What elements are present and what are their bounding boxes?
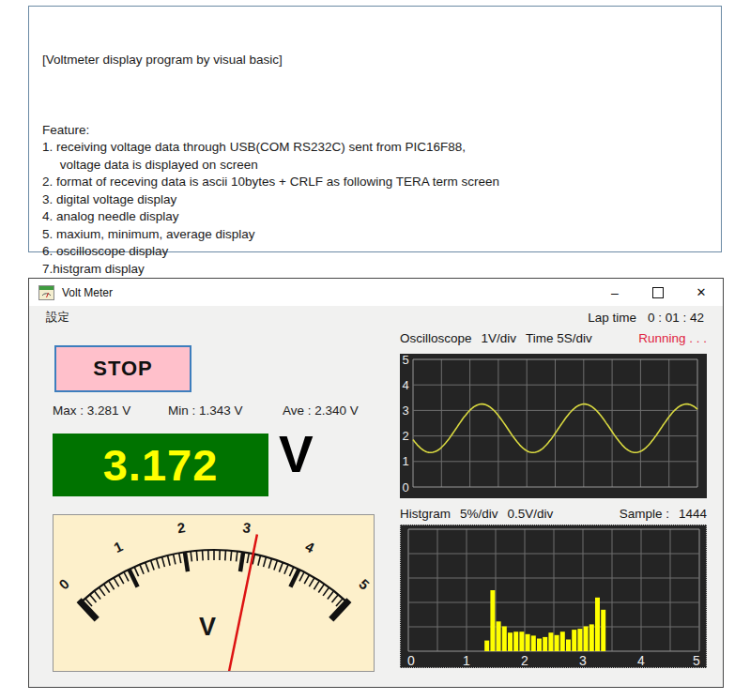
svg-text:3: 3 [242,519,253,536]
window-title: Volt Meter [62,286,113,299]
app-icon [38,285,54,300]
stat-min: Min : 1.343 V [168,403,243,418]
svg-text:0: 0 [407,653,415,667]
svg-text:0: 0 [402,480,408,495]
running-status: Running . . . [638,331,707,345]
histogram-bar [543,637,547,651]
spec-text-box: [Voltmeter display program by visual bas… [28,6,722,252]
histogram-vdiv-label: 0.5V/div [508,507,554,521]
page: [Voltmeter display program by visual bas… [0,0,750,700]
svg-text:2: 2 [521,653,528,667]
min-value: 1.343 V [199,403,243,418]
histogram-bar [566,640,571,652]
spec-line: 1. receiving voltage data through USB(CO… [42,139,708,157]
oscilloscope-vdiv-label: 1V/div [482,331,517,345]
ave-value: 2.340 V [314,403,359,418]
window-controls: – ✕ [593,279,723,306]
svg-text:4: 4 [303,538,318,555]
lap-time-value: 0 : 01 : 42 [648,311,704,325]
lap-time: Lap time 0 : 01 : 42 [588,311,723,325]
sample-value: 1444 [679,507,707,521]
spec-line: 7.histgram display [42,261,708,279]
maximize-button[interactable] [636,279,680,306]
histogram-bar [555,635,559,651]
oscilloscope-tdiv-label: Time 5S/div [526,331,592,345]
histogram-bar [502,627,507,652]
minimize-button[interactable]: – [593,279,636,306]
oscilloscope-header: Oscilloscope 1V/div Time 5S/div Running … [400,329,707,346]
histogram-bar [589,624,594,651]
close-button[interactable]: ✕ [680,279,723,306]
stop-button[interactable]: STOP [54,345,191,392]
histogram-panel: 012345 [400,525,707,668]
spec-title: [Voltmeter display program by visual bas… [42,52,708,69]
spec-line: 2. format of receving data is ascii 10by… [42,174,708,191]
histogram-bar [572,630,576,651]
minimize-icon: – [611,285,619,300]
histogram-bar [601,610,605,651]
svg-text:5: 5 [356,575,373,592]
histogram-bar [513,632,518,651]
svg-text:2: 2 [176,519,187,536]
spec-lines: Feature:1. receiving voltage data throug… [42,122,708,296]
spec-line: 3. digital voltage display [42,191,708,209]
svg-text:0: 0 [55,575,72,592]
spec-line: 5. maxium, minimum, average display [42,226,708,244]
svg-text:3: 3 [579,653,587,667]
oscilloscope-title: Oscilloscope [400,331,472,345]
gauge-needle [214,535,257,671]
min-label: Min : [168,403,199,418]
histogram-bar [584,627,589,652]
lap-time-label: Lap time [588,311,636,325]
histogram-bar [595,598,600,651]
histogram-header: Histgram 5%/div 0.5V/div Sample : 1444 [400,505,707,522]
maximize-icon [652,287,664,298]
voltmeter-window: Volt Meter – ✕ 設定 Lap time 0 : 01 : 42 S… [28,278,724,688]
histogram-bar [577,629,582,651]
histogram-bar [484,641,489,651]
stats-row: Max : 3.281 V Min : 1.343 V Ave : 2.340 … [29,403,461,420]
sample-count: Sample : 1444 [620,507,707,521]
ave-label: Ave : [283,403,314,418]
histogram-bar [508,632,513,651]
spec-line: 6. oscilloscope display [42,243,708,261]
svg-text:3: 3 [402,403,408,418]
stat-ave: Ave : 2.340 V [283,403,359,418]
spec-line: 4. analog needle display [42,208,708,226]
menubar: 設定 Lap time 0 : 01 : 42 [29,306,723,329]
close-icon: ✕ [696,285,707,299]
sample-label: Sample : [620,507,669,521]
svg-text:4: 4 [402,378,408,392]
voltage-unit-label: V [279,429,314,480]
digital-voltage-display: 3.172 [53,434,268,496]
svg-text:V: V [199,613,216,641]
histogram-bar [560,632,565,651]
svg-text:1: 1 [402,454,408,468]
menu-item-settings[interactable]: 設定 [38,310,77,326]
histogram-bar [531,635,536,651]
histogram-bar [537,639,542,652]
analog-needle-gauge: 012345V [53,514,375,672]
titlebar: Volt Meter – ✕ [29,279,723,306]
svg-text:5: 5 [402,354,408,367]
histogram-bar [490,590,495,651]
svg-text:5: 5 [693,653,700,667]
histogram-bar [526,634,530,651]
svg-text:1: 1 [463,653,470,667]
stat-max: Max : 3.281 V [53,403,130,418]
histogram-bar [519,632,524,651]
spec-line: voltage data is displayed on screen [42,157,708,175]
histogram-pct-label: 5%/div [460,507,498,521]
histogram-bar [497,621,501,651]
histogram-bar [548,632,553,651]
oscilloscope-panel: 012345 [400,354,707,498]
max-label: Max : [53,403,87,418]
digital-voltage-value: 3.172 [103,443,219,487]
svg-text:2: 2 [402,429,408,443]
spec-line: Feature: [42,122,708,140]
histogram-title: Histgram [400,507,451,521]
svg-text:4: 4 [637,653,645,667]
max-value: 3.281 V [87,403,131,418]
svg-text:1: 1 [111,538,125,555]
